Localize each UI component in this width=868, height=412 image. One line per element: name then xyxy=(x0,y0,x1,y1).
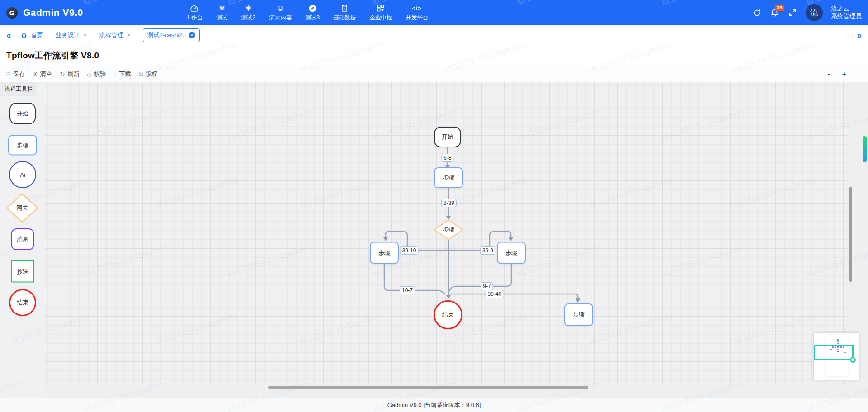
toolbar-item-icon: © xyxy=(139,71,143,78)
refresh-icon[interactable] xyxy=(753,8,762,17)
toolbar-item-label: 清空 xyxy=(40,70,52,78)
palette-shape-message[interactable]: 消息 xyxy=(11,228,34,250)
snowflake-icon: ❄ xyxy=(219,4,225,13)
compass-icon xyxy=(308,4,317,13)
flow-node-step-10[interactable]: 步骤 xyxy=(370,242,399,264)
home-icon xyxy=(20,32,28,39)
nav-item-1[interactable]: 工作台 xyxy=(179,0,210,25)
snowflake-icon: ❄ xyxy=(245,4,251,13)
nav-item-3[interactable]: ❄测试2 xyxy=(234,0,262,25)
shape-palette: 流程工具栏 开始步骤Ai网关消息抄送结束 xyxy=(0,82,45,398)
nav-item-7[interactable]: 企业中枢 xyxy=(363,0,399,25)
nav-item-label: 测试 xyxy=(216,14,227,22)
flow-edge-8 xyxy=(448,294,578,298)
tabs-collapse-icon[interactable]: « xyxy=(6,31,11,39)
notifications-bell-icon[interactable]: 39 xyxy=(770,8,779,17)
nav-item-5[interactable]: 测试3 xyxy=(298,0,326,25)
edge-label-9-7[interactable]: 9-7 xyxy=(481,282,493,290)
flow-node-step-8[interactable]: 步骤 xyxy=(434,167,463,188)
minimap-viewport[interactable] xyxy=(814,345,854,360)
tabs-expand-icon[interactable]: » xyxy=(857,31,862,39)
header-actions: 39 流 流之云 系统管理员 xyxy=(753,4,862,21)
tab-label: 流程管理 xyxy=(99,31,123,39)
edge-label-39-10[interactable]: 39-10 xyxy=(400,246,419,255)
minimap-node-dot xyxy=(837,341,839,342)
palette-title: 流程工具栏 xyxy=(0,82,37,96)
nav-item-label: 企业中枢 xyxy=(369,14,392,22)
flow-node-step-40[interactable]: 步骤 xyxy=(564,303,593,326)
edge-label-8-39[interactable]: 8-39 xyxy=(441,199,457,207)
toolbar-refresh-button[interactable]: ↻刷新 xyxy=(60,70,80,78)
tab-close-icon[interactable]: × xyxy=(84,32,87,38)
tab-close-icon[interactable]: × xyxy=(189,32,195,38)
flow-node-gateway-39[interactable]: 步骤 xyxy=(434,219,463,240)
palette-shape-gateway[interactable]: 网关 xyxy=(6,193,38,223)
nav-item-label: 开发平台 xyxy=(406,14,428,22)
zoom-out-button[interactable]: - xyxy=(828,70,830,78)
user-avatar[interactable]: 流 xyxy=(806,4,823,21)
edge-label-6-8[interactable]: 6-8 xyxy=(441,154,453,162)
notification-badge: 39 xyxy=(775,5,784,11)
toolbar-items: ♡保存✗清空↻刷新◇校验↓下载©版权 xyxy=(5,70,158,78)
nav-item-label: 演示内容 xyxy=(269,14,292,22)
nav-item-2[interactable]: ❄测试 xyxy=(209,0,234,25)
horizontal-scrollbar[interactable] xyxy=(268,386,588,389)
edge-label-39-9[interactable]: 39-9 xyxy=(480,246,495,255)
toolbar-copyright-button[interactable]: ©版权 xyxy=(139,70,158,78)
page-scrollbar-thumb[interactable] xyxy=(863,136,867,162)
toolbar-item-icon: ◇ xyxy=(87,71,91,78)
toolbar-save-button[interactable]: ♡保存 xyxy=(5,70,25,78)
flow-edge-arrowhead xyxy=(446,295,451,299)
nav-item-6[interactable]: 基础数据 xyxy=(326,0,363,25)
footer-version-text: Gadmin V9.0 [当前系统版本：9.0.6] xyxy=(387,401,481,409)
tab-4-active[interactable]: 测试2-ceshi2..× xyxy=(143,28,200,42)
page-title: Tpflow工作流引擎 V8.0 xyxy=(6,50,99,62)
tab-label: 测试2-ceshi2.. xyxy=(147,31,186,39)
toolbar-item-icon: ♡ xyxy=(5,71,11,78)
palette-shape-copy[interactable]: 抄送 xyxy=(11,260,34,283)
flow-node-step-9[interactable]: 步骤 xyxy=(497,242,526,264)
minimap-node-dot xyxy=(837,343,839,344)
nav-item-4[interactable]: ☺演示内容 xyxy=(262,0,298,25)
user-org: 流之云 xyxy=(831,5,862,13)
flow-node-label: 步骤 xyxy=(434,219,463,240)
flow-edge-7 xyxy=(449,264,511,291)
tab-bar: « 首页业务设计×流程管理×测试2-ceshi2..× » xyxy=(0,25,868,45)
palette-shape-start[interactable]: 开始 xyxy=(9,103,36,124)
blocks-icon xyxy=(377,4,385,13)
top-nav: 工作台❄测试❄测试2☺演示内容测试3基础数据企业中枢</>开发平台 xyxy=(179,0,435,25)
palette-shape-end[interactable]: 结束 xyxy=(9,289,36,316)
toolbar-download-button[interactable]: ↓下载 xyxy=(113,70,131,78)
code-icon: </> xyxy=(412,4,422,13)
app-root: G Gadmin V9.0 工作台❄测试❄测试2☺演示内容测试3基础数据企业中枢… xyxy=(0,0,868,412)
flow-node-end-7[interactable]: 结束 xyxy=(434,300,462,329)
palette-shape-ai[interactable]: Ai xyxy=(9,161,36,188)
toolbar-item-icon: ↓ xyxy=(113,71,117,78)
tab-1[interactable]: 首页 xyxy=(20,31,43,39)
page-title-bar: Tpflow工作流引擎 V8.0 xyxy=(0,45,868,66)
toolbar-validate-button[interactable]: ◇校验 xyxy=(87,70,106,78)
toolbar-clear-button[interactable]: ✗清空 xyxy=(33,70,52,78)
edge-label-39-40[interactable]: 39-40 xyxy=(486,290,504,298)
user-meta: 流之云 系统管理员 xyxy=(831,5,862,20)
zoom-in-button[interactable]: + xyxy=(842,70,846,78)
edge-label-10-7[interactable]: 10-7 xyxy=(400,286,415,294)
minimap-node-dot xyxy=(837,339,839,341)
tab-label: 首页 xyxy=(31,31,43,39)
app-logo[interactable]: G xyxy=(6,7,18,19)
flow-canvas[interactable]: 开始步骤步骤步骤步骤结束步骤6-88-3939-1039-910-79-739-… xyxy=(45,82,848,385)
minimap-resize-handle[interactable] xyxy=(850,357,856,363)
flow-designer: 流程工具栏 开始步骤Ai网关消息抄送结束 开始步骤步骤步骤步骤结束步骤6-88-… xyxy=(0,82,868,398)
flow-node-start-6[interactable]: 开始 xyxy=(434,127,461,147)
flow-edge-arrowhead xyxy=(509,237,514,241)
zoom-controls: - + xyxy=(828,70,846,78)
toolbar-item-label: 下载 xyxy=(119,70,131,78)
tab-3[interactable]: 流程管理× xyxy=(99,31,131,39)
open-tabs: 首页业务设计×流程管理×测试2-ceshi2..× xyxy=(20,28,200,42)
tab-2[interactable]: 业务设计× xyxy=(56,31,87,39)
tab-close-icon[interactable]: × xyxy=(127,32,131,38)
fullscreen-icon[interactable] xyxy=(788,8,797,17)
nav-item-8[interactable]: </>开发平台 xyxy=(399,0,435,25)
palette-shape-step[interactable]: 步骤 xyxy=(8,135,37,156)
vertical-scrollbar[interactable] xyxy=(849,187,852,282)
